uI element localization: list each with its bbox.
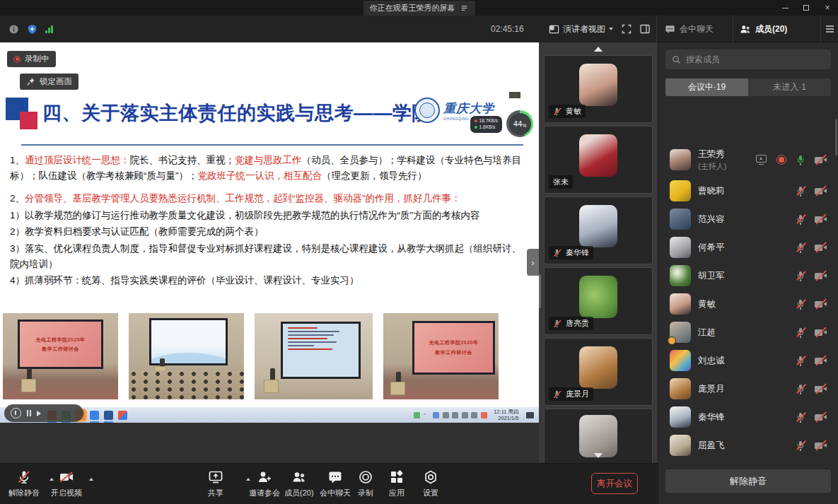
member-row[interactable]: 江超 [658,318,838,346]
meeting-info-icon[interactable] [8,24,19,35]
network-signal-icon[interactable] [45,25,53,33]
recording-icon [776,155,786,165]
search-input[interactable] [686,54,825,64]
panel-menu-button[interactable] [826,16,834,42]
member-name: 胡卫军 [698,270,725,282]
settings-gear-icon [423,469,438,485]
record-label: 录制 [358,488,373,498]
apps-grid-icon [389,469,405,485]
meeting-app-window: 你正在观看王荣秀的屏幕 × 02:45:16 演讲者视图 [0,0,838,504]
recording-dot-icon [13,56,21,63]
start-video-button[interactable]: 开启视频 [47,469,86,498]
member-row[interactable]: 胡卫军 [658,262,838,290]
avatar [579,415,617,457]
member-row[interactable]: 秦华锋 [658,403,838,431]
invite-button[interactable]: 邀请参会 [249,469,280,498]
slide-item: 3）落实、优化课程负责人制度，指导和督促专业对标抓好课程建设，特别是核心课程建设… [10,241,529,271]
avatar [670,265,691,286]
camera-off-icon [815,300,827,309]
chat-button[interactable]: 会中聊天 [320,469,351,498]
tab-members[interactable]: 成员(20) [740,16,787,42]
performance-gauge-overlay: 44% [506,110,533,137]
avatar [670,350,691,371]
mic-muted-icon [796,384,805,394]
record-icon [358,469,373,485]
member-row[interactable]: 曹晓莉 [658,177,838,205]
panel-unmute-button[interactable]: 解除静音 [665,469,831,493]
tab-chat[interactable]: 会中聊天 [665,16,714,42]
watching-menu-icon[interactable] [460,4,469,13]
pushpin-icon [26,77,35,86]
member-row[interactable]: 何希平 [658,233,838,262]
shared-taskbar-tray: ^ 12:11 周四 2021/1/5 [414,409,537,422]
scroll-up-icon[interactable] [594,47,603,52]
tile-name: 黄敏 [566,106,581,117]
tile-name: 庞景月 [566,389,589,399]
recording-label: 录制中 [25,54,50,64]
camera-off-icon [815,156,827,165]
minimize-button[interactable] [774,0,796,16]
tab-not-joined[interactable]: 未进入·1 [748,78,831,96]
view-mode-selector[interactable]: 演讲者视图 [549,16,613,42]
member-row[interactable]: 刘忠诚 [658,346,838,375]
video-options-caret[interactable] [89,478,93,481]
video-tile[interactable]: 张未 [544,126,653,194]
tray-icon [414,412,420,418]
apps-button[interactable]: 应用 [389,469,405,498]
leave-meeting-button[interactable]: 离开会议 [591,473,638,494]
tab-in-meeting[interactable]: 会议中·19 [665,78,748,96]
video-tile[interactable]: 黄敏 [544,55,653,123]
record-button[interactable]: 录制 [358,469,373,498]
play-icon [37,411,41,416]
colorful-app-icon [118,411,127,420]
video-tile[interactable]: 秦华锋 [544,197,653,264]
member-name: 何希平 [698,242,725,254]
mic-muted-icon [553,320,561,328]
watching-banner[interactable]: 你正在观看王荣秀的屏幕 [363,1,475,16]
mic-muted-icon [796,186,805,197]
camera-off-icon [59,469,74,485]
members-panel: 会议中·19 未进入·1 王荣秀 (主持人) 曹晓莉 [658,42,838,504]
member-filter-tabs: 会议中·19 未进入·1 [665,78,831,96]
strip-scrollbar[interactable] [539,274,541,308]
chat-bubble-icon [327,469,343,485]
settings-button[interactable]: 设置 [423,469,438,498]
member-row[interactable]: 黄敏 [658,290,838,318]
avatar [670,322,691,343]
top-toolbar: 02:45:16 演讲者视图 会中聊天 成员(20) [0,16,838,42]
member-row[interactable]: 唐亮贵 [658,459,838,463]
close-button[interactable]: × [817,0,838,16]
share-screen-button[interactable]: 共享 [208,469,223,498]
member-list: 王荣秀 (主持人) 曹晓莉 范兴容 何 [658,143,838,463]
security-shield-icon[interactable] [27,24,37,35]
camera-off-icon [815,243,827,252]
media-controls-overlay [4,404,83,422]
mic-muted-icon [796,214,805,225]
member-row[interactable]: 范兴容 [658,205,838,233]
avatar [670,378,691,399]
watching-label: 你正在观看王荣秀的屏幕 [370,3,455,13]
unmute-button[interactable]: 解除静音 [8,469,40,498]
chat-label: 会中聊天 [320,488,351,498]
avatar [579,205,617,247]
video-tile[interactable]: 唐亮贵 [544,267,653,335]
member-search-box[interactable] [665,49,831,69]
fullscreen-button[interactable] [621,16,632,42]
members-button[interactable]: 成员(20) [284,469,314,498]
strip-collapse-handle[interactable]: › [527,249,539,276]
network-speed-overlay: 18.7KB/s 1.6KB/s [470,116,502,133]
side-panel-toggle[interactable] [639,16,651,42]
member-row[interactable]: 王荣秀 (主持人) [658,143,838,177]
camera-off-icon [815,413,827,422]
video-tile[interactable]: 庞景月 [544,338,653,406]
university-emblem-icon [414,98,440,123]
slide-title: 四、关于落实主体责任的实践与思考——学院 [42,100,431,126]
scroll-down-icon[interactable] [594,453,603,458]
member-row[interactable]: 庞景月 [658,375,838,403]
member-row[interactable]: 屈盈飞 [658,431,838,459]
avatar [670,180,691,201]
lock-screen-button[interactable]: 锁定画面 [20,74,78,90]
restore-button[interactable] [796,0,817,16]
mic-on-icon [796,155,805,165]
tray-icon [433,412,439,418]
